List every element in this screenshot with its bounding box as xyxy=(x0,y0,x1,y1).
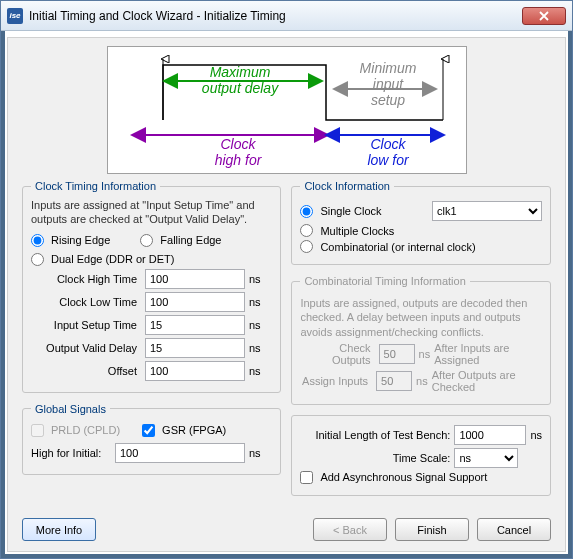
single-clock-label: Single Clock xyxy=(320,205,381,217)
assign-inputs-input xyxy=(376,371,412,391)
content-pane: Maximum output delay Minimum input setup… xyxy=(7,37,566,552)
diagram-clock-high-l2: high for xyxy=(214,152,262,168)
diagram-max-output-delay-l2: output delay xyxy=(201,80,278,96)
output-valid-delay-input[interactable] xyxy=(145,338,245,358)
time-scale-select[interactable]: ns xyxy=(454,448,518,468)
combinatorial-timing-legend: Combinatorial Timing Information xyxy=(300,275,469,287)
input-setup-time-unit: ns xyxy=(249,319,267,331)
multiple-clocks-label: Multiple Clocks xyxy=(320,225,394,237)
single-clock-input[interactable] xyxy=(300,205,313,218)
combinatorial-timing-group: Combinatorial Timing Information Inputs … xyxy=(291,275,551,405)
clock-info-group: Clock Information Single Clock clk1 Mult… xyxy=(291,180,551,265)
clock-high-time-label: Clock High Time xyxy=(31,273,141,285)
diagram-min-input-setup-l3: setup xyxy=(370,92,404,108)
combinatorial-label: Combinatorial (or internal clock) xyxy=(320,241,475,253)
time-scale-label: Time Scale: xyxy=(300,452,450,464)
input-setup-time-input[interactable] xyxy=(145,315,245,335)
dual-edge-label: Dual Edge (DDR or DET) xyxy=(51,253,174,265)
combinatorial-input[interactable] xyxy=(300,240,313,253)
check-outputs-after: After Inputs are Assigned xyxy=(434,342,542,366)
single-clock-radio[interactable]: Single Clock xyxy=(300,205,428,218)
assign-inputs-label: Assign Inputs xyxy=(300,375,372,387)
diagram-clock-low-l2: low for xyxy=(367,152,410,168)
prld-input xyxy=(31,424,44,437)
global-signals-legend: Global Signals xyxy=(31,403,110,415)
clock-low-time-unit: ns xyxy=(249,296,267,308)
assign-inputs-unit: ns xyxy=(416,375,428,387)
output-valid-delay-label: Output Valid Delay xyxy=(31,342,141,354)
high-for-initial-label: High for Initial: xyxy=(31,447,111,459)
diagram-min-input-setup-l1: Minimum xyxy=(359,60,416,76)
app-icon: ise xyxy=(7,8,23,24)
falling-edge-radio[interactable]: Falling Edge xyxy=(140,234,221,247)
rising-edge-input[interactable] xyxy=(31,234,44,247)
add-async-label: Add Asynchronous Signal Support xyxy=(320,471,487,483)
high-for-initial-input[interactable] xyxy=(115,443,245,463)
diagram-clock-high-l1: Clock xyxy=(220,136,256,152)
add-async-checkbox[interactable]: Add Asynchronous Signal Support xyxy=(300,471,542,484)
clock-low-time-input[interactable] xyxy=(145,292,245,312)
more-info-button[interactable]: More Info xyxy=(22,518,96,541)
gsr-label: GSR (FPGA) xyxy=(162,424,226,436)
rising-edge-radio[interactable]: Rising Edge xyxy=(31,234,110,247)
close-button[interactable] xyxy=(522,7,566,25)
offset-label: Offset xyxy=(31,365,141,377)
multiple-clocks-radio[interactable]: Multiple Clocks xyxy=(300,224,542,237)
close-icon xyxy=(539,11,549,21)
offset-unit: ns xyxy=(249,365,267,377)
clock-timing-help: Inputs are assigned at "Input Setup Time… xyxy=(31,198,272,227)
clock-timing-legend: Clock Timing Information xyxy=(31,180,160,192)
output-valid-delay-unit: ns xyxy=(249,342,267,354)
clock-low-time-label: Clock Low Time xyxy=(31,296,141,308)
clock-info-legend: Clock Information xyxy=(300,180,394,192)
titlebar: ise Initial Timing and Clock Wizard - In… xyxy=(1,1,572,31)
prld-checkbox: PRLD (CPLD) xyxy=(31,424,120,437)
timing-diagram: Maximum output delay Minimum input setup… xyxy=(107,46,467,174)
falling-edge-label: Falling Edge xyxy=(160,234,221,246)
back-button: < Back xyxy=(313,518,387,541)
gsr-input[interactable] xyxy=(142,424,155,437)
combinatorial-timing-help: Inputs are assigned, outputs are decoded… xyxy=(300,296,542,339)
multiple-clocks-input[interactable] xyxy=(300,224,313,237)
assign-inputs-after: After Outputs are Checked xyxy=(432,369,542,393)
dual-edge-radio[interactable]: Dual Edge (DDR or DET) xyxy=(31,253,272,266)
window-title: Initial Timing and Clock Wizard - Initia… xyxy=(29,9,522,23)
clock-high-time-input[interactable] xyxy=(145,269,245,289)
check-outputs-input xyxy=(379,344,415,364)
testbench-group: Initial Length of Test Bench: ns Time Sc… xyxy=(291,415,551,496)
high-for-initial-unit: ns xyxy=(249,447,267,459)
cancel-button[interactable]: Cancel xyxy=(477,518,551,541)
combinatorial-radio[interactable]: Combinatorial (or internal clock) xyxy=(300,240,542,253)
add-async-input[interactable] xyxy=(300,471,313,484)
prld-label: PRLD (CPLD) xyxy=(51,424,120,436)
diagram-clock-low-l1: Clock xyxy=(370,136,406,152)
rising-edge-label: Rising Edge xyxy=(51,234,110,246)
wizard-window: ise Initial Timing and Clock Wizard - In… xyxy=(0,0,573,559)
input-setup-time-label: Input Setup Time xyxy=(31,319,141,331)
check-outputs-unit: ns xyxy=(419,348,431,360)
single-clock-select[interactable]: clk1 xyxy=(432,201,542,221)
initial-length-unit: ns xyxy=(530,429,542,441)
gsr-checkbox[interactable]: GSR (FPGA) xyxy=(142,424,226,437)
diagram-max-output-delay-l1: Maximum xyxy=(209,64,270,80)
global-signals-group: Global Signals PRLD (CPLD) GSR (FPGA) Hi… xyxy=(22,403,281,475)
diagram-min-input-setup-l2: input xyxy=(372,76,403,92)
clock-timing-group: Clock Timing Information Inputs are assi… xyxy=(22,180,281,393)
check-outputs-label: Check Outputs xyxy=(300,342,374,366)
footer: More Info < Back Finish Cancel xyxy=(22,512,551,541)
finish-button[interactable]: Finish xyxy=(395,518,469,541)
dual-edge-input[interactable] xyxy=(31,253,44,266)
initial-length-input[interactable] xyxy=(454,425,526,445)
offset-input[interactable] xyxy=(145,361,245,381)
initial-length-label: Initial Length of Test Bench: xyxy=(300,429,450,441)
clock-high-time-unit: ns xyxy=(249,273,267,285)
falling-edge-input[interactable] xyxy=(140,234,153,247)
